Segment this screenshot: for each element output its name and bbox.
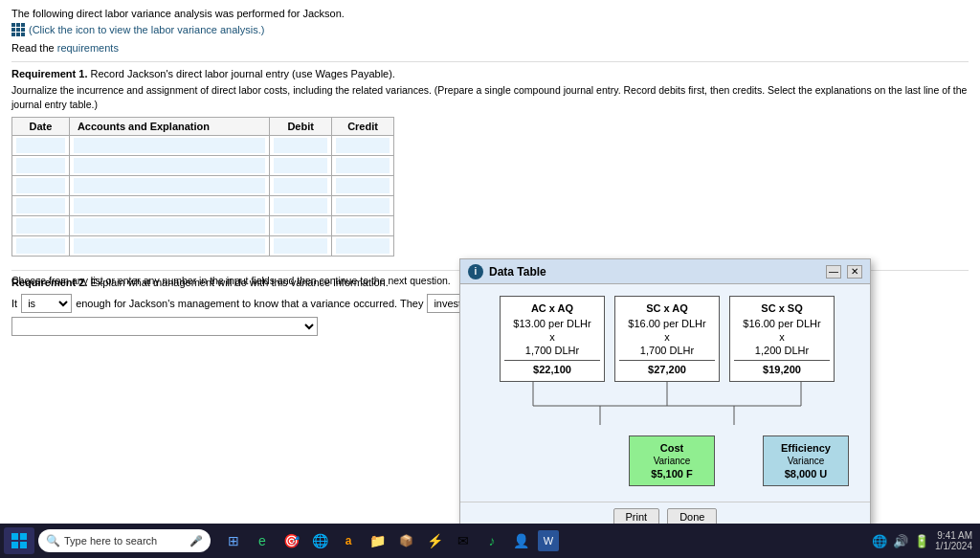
accounts-input-2[interactable] xyxy=(74,178,265,193)
folder-icon[interactable]: 📁 xyxy=(366,529,389,552)
credit-input-4[interactable] xyxy=(336,218,390,234)
table-row xyxy=(12,136,394,156)
accounts-input-0[interactable] xyxy=(74,138,265,153)
col-debit: Debit xyxy=(270,118,332,136)
intro-text: The following direct labor variance anal… xyxy=(11,8,969,19)
cost-variance-label: Cost xyxy=(634,442,710,454)
start-button[interactable] xyxy=(4,527,34,554)
modal-titlebar: i Data Table — ✕ xyxy=(460,259,870,284)
modal-minimize-button[interactable]: — xyxy=(826,265,841,279)
credit-input-5[interactable] xyxy=(336,238,390,254)
req2-dropdown3[interactable]: investigated not investigated xyxy=(11,317,318,336)
credit-input-1[interactable] xyxy=(336,158,390,173)
sc-aq-line1: $16.00 per DLHr xyxy=(619,318,715,329)
sc-aq-box: SC x AQ $16.00 per DLHr x 1,700 DLHr $27… xyxy=(614,296,720,382)
taskbar-right: 🌐 🔊 🔋 9:41 AM 1/1/2024 xyxy=(872,530,976,551)
sc-aq-label: SC x AQ xyxy=(619,302,715,314)
table-row xyxy=(12,236,394,257)
taskview-icon[interactable]: ⊞ xyxy=(222,529,245,552)
date-input-3[interactable] xyxy=(16,198,65,213)
connector-lines xyxy=(480,382,854,439)
ac-aq-box: AC x AQ $13.00 per DLHr x 1,700 DLHr $22… xyxy=(500,296,605,382)
req1-instruction: Journalize the incurrence and assignment… xyxy=(11,83,969,111)
col-credit: Credit xyxy=(332,118,394,136)
data-table-modal: i Data Table — ✕ AC x AQ $13.00 per DLHr… xyxy=(459,258,871,555)
accounts-input-4[interactable] xyxy=(74,218,265,234)
accounts-input-5[interactable] xyxy=(74,238,265,254)
globe-icon[interactable]: 🌐 xyxy=(308,529,331,552)
efficiency-variance-sublabel: Variance xyxy=(768,456,844,466)
spotify-icon[interactable]: ♪ xyxy=(480,529,503,552)
ac-aq-line3: 1,700 DLHr xyxy=(504,345,600,356)
person-icon[interactable]: 👤 xyxy=(509,529,532,552)
debit-input-1[interactable] xyxy=(274,158,327,173)
divider-1 xyxy=(11,61,969,62)
word-icon[interactable]: W xyxy=(538,530,559,551)
grid-icon[interactable] xyxy=(11,23,25,36)
credit-input-0[interactable] xyxy=(336,138,390,153)
table-row xyxy=(12,196,394,216)
date-input-4[interactable] xyxy=(16,218,65,234)
taskbar-app-icons: ⊞ e 🎯 🌐 a 📁 📦 ⚡ ✉ ♪ 👤 W xyxy=(222,529,559,552)
efficiency-variance-box: Efficiency Variance $8,000 U xyxy=(763,435,849,486)
taskbar-search-text: Type here to search xyxy=(64,535,186,547)
req1-heading: Requirement 1. Record Jackson's direct l… xyxy=(11,68,969,79)
debit-input-5[interactable] xyxy=(274,238,327,254)
lightning-icon[interactable]: ⚡ xyxy=(423,529,446,552)
efficiency-variance-label: Efficiency xyxy=(768,442,844,454)
time-display: 9:41 AM 1/1/2024 xyxy=(935,530,972,551)
sc-sq-total: $19,200 xyxy=(734,360,830,375)
col-date: Date xyxy=(12,118,70,136)
bottom-note: Choose from any list or enter any number… xyxy=(11,275,451,286)
sc-sq-label: SC x SQ xyxy=(734,302,830,314)
requirements-link[interactable]: requirements xyxy=(57,42,119,54)
table-row xyxy=(12,156,394,176)
email-icon[interactable]: ✉ xyxy=(452,529,475,552)
ac-aq-label: AC x AQ xyxy=(504,302,600,314)
volume-icon[interactable]: 🔊 xyxy=(893,534,908,548)
req2-dropdown1[interactable]: is is not xyxy=(21,294,72,313)
variance-diagram: AC x AQ $13.00 per DLHr x 1,700 DLHr $22… xyxy=(476,296,858,486)
table-row xyxy=(12,176,394,196)
date-input-2[interactable] xyxy=(16,178,65,193)
debit-input-3[interactable] xyxy=(274,198,327,213)
date-input-1[interactable] xyxy=(16,158,65,173)
date-input-5[interactable] xyxy=(16,238,65,254)
sc-sq-box: SC x SQ $16.00 per DLHr x 1,200 DLHr $19… xyxy=(729,296,835,382)
svg-rect-10 xyxy=(20,542,27,548)
amazon-icon[interactable]: a xyxy=(337,529,360,552)
sc-sq-line3: 1,200 DLHr xyxy=(734,345,830,356)
mic-icon: 🎤 xyxy=(189,535,203,547)
accounts-input-3[interactable] xyxy=(74,198,265,213)
sc-aq-total: $27,200 xyxy=(619,360,715,375)
efficiency-variance-value: $8,000 U xyxy=(768,468,844,480)
battery-icon[interactable]: 🔋 xyxy=(914,534,929,548)
accounts-input-1[interactable] xyxy=(74,158,265,173)
taskbar: 🔍 Type here to search 🎤 ⊞ e 🎯 🌐 a 📁 📦 ⚡ … xyxy=(0,524,980,558)
debit-input-0[interactable] xyxy=(274,138,327,153)
svg-rect-8 xyxy=(20,533,27,540)
modal-close-button[interactable]: ✕ xyxy=(847,265,862,279)
info-icon: i xyxy=(468,264,483,279)
taskbar-search-box[interactable]: 🔍 Type here to search 🎤 xyxy=(38,529,211,552)
svg-rect-9 xyxy=(11,542,18,548)
table-row xyxy=(12,216,394,236)
dropbox-icon[interactable]: 📦 xyxy=(394,529,417,552)
credit-input-2[interactable] xyxy=(336,178,390,193)
sc-aq-line3: 1,700 DLHr xyxy=(619,345,715,356)
credit-input-3[interactable] xyxy=(336,198,390,213)
network-icon[interactable]: 🌐 xyxy=(872,534,887,548)
req2-middle: enough for Jackson's management to know … xyxy=(76,298,423,309)
modal-title: Data Table xyxy=(489,265,546,279)
debit-input-4[interactable] xyxy=(274,218,327,234)
ac-aq-total: $22,100 xyxy=(504,360,600,375)
target-icon[interactable]: 🎯 xyxy=(279,529,302,552)
journal-table: Date Accounts and Explanation Debit Cred… xyxy=(11,117,394,257)
labor-variance-link[interactable]: (Click the icon to view the labor varian… xyxy=(29,24,264,35)
col-accounts: Accounts and Explanation xyxy=(69,118,269,136)
cost-variance-box: Cost Variance $5,100 F xyxy=(629,435,715,486)
debit-input-2[interactable] xyxy=(274,178,327,193)
edge-icon[interactable]: e xyxy=(251,529,274,552)
svg-rect-7 xyxy=(11,533,18,540)
date-input-0[interactable] xyxy=(16,138,65,153)
